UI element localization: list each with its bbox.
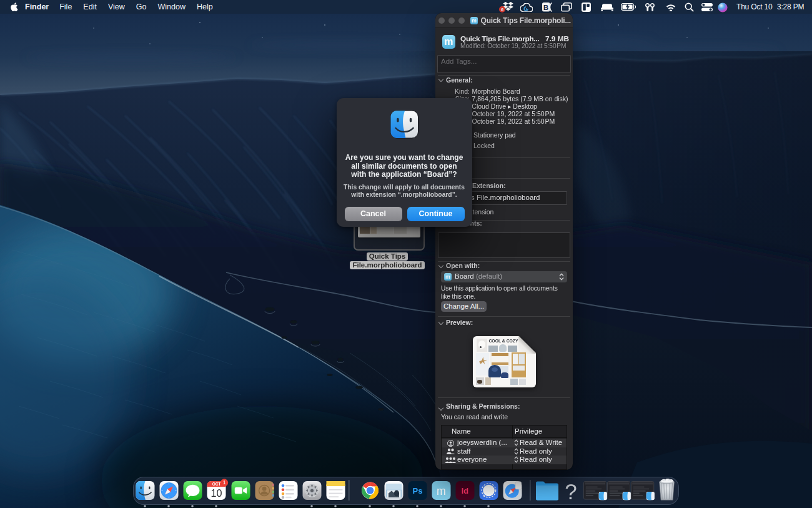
svg-text:Id: Id [462,486,469,496]
svg-text:OCT: OCT [212,482,221,486]
svg-text:1: 1 [223,479,226,486]
svg-text:10: 10 [210,487,222,499]
svg-text:Ps: Ps [413,486,423,496]
svg-text:?: ? [565,479,577,504]
svg-text:m: m [437,485,446,497]
